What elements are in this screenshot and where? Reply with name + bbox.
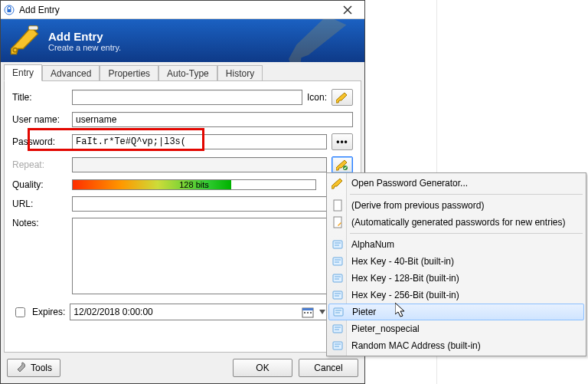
tabstrip: Entry Advanced Properties Auto-Type Hist…	[1, 62, 364, 80]
svg-rect-7	[304, 312, 305, 313]
profile-icon	[332, 340, 344, 352]
notes-input[interactable]	[72, 218, 353, 294]
username-label: User name:	[12, 114, 67, 125]
tab-entry[interactable]: Entry	[4, 64, 42, 81]
profile-icon	[332, 306, 345, 318]
row-password: Password: •••	[12, 133, 353, 150]
menu-item-label: Hex Key - 256-Bit (built-in)	[351, 290, 459, 300]
svg-rect-8	[307, 312, 309, 313]
menu-profile-hex40[interactable]: Hex Key - 40-Bit (built-in)	[328, 253, 584, 270]
username-input[interactable]	[72, 112, 353, 127]
wrench-icon	[15, 362, 26, 375]
cancel-button[interactable]: Cancel	[299, 359, 358, 377]
row-notes: Notes:	[12, 218, 353, 294]
menu-profile-random-mac[interactable]: Random MAC Address (built-in)	[328, 337, 584, 354]
svg-rect-16	[333, 291, 342, 299]
password-input[interactable]	[72, 134, 327, 149]
svg-rect-6	[302, 308, 313, 310]
svg-rect-18	[333, 325, 342, 333]
icon-picker-button[interactable]	[332, 89, 353, 106]
document-icon	[332, 199, 344, 212]
profile-icon	[332, 238, 344, 251]
quality-label: Quality:	[12, 179, 67, 190]
expires-datetime-input[interactable]: 12/02/2018 0:00:00	[70, 304, 330, 320]
banner-subtitle: Create a new entry.	[48, 43, 121, 52]
tab-body-entry: Title: Icon: User name: Password: ••• Re…	[4, 80, 361, 353]
menu-item-label: Pieter_nospecial	[351, 323, 420, 334]
window-title: Add Entry	[19, 5, 329, 15]
row-title: Title: Icon:	[12, 89, 353, 106]
tab-auto-type[interactable]: Auto-Type	[158, 65, 217, 81]
quality-bits: 128 bits	[73, 180, 315, 189]
menu-item-label: Random MAC Address (built-in)	[351, 340, 481, 351]
dialog-banner: Add Entry Create a new entry.	[1, 19, 364, 62]
menu-item-label: AlphaNum	[351, 239, 394, 250]
title-label: Title:	[12, 92, 67, 103]
menu-profile-hex128[interactable]: Hex Key - 128-Bit (built-in)	[328, 270, 584, 287]
profile-icon	[332, 272, 344, 284]
password-generator-menu: Open Password Generator... (Derive from …	[326, 172, 586, 356]
tab-advanced[interactable]: Advanced	[42, 65, 100, 81]
reveal-password-button[interactable]: •••	[332, 133, 353, 150]
close-button[interactable]	[334, 2, 361, 18]
cancel-button-label: Cancel	[314, 363, 342, 373]
menu-profile-alphanum[interactable]: AlphaNum	[328, 236, 584, 253]
menu-profile-hex256[interactable]: Hex Key - 256-Bit (built-in)	[328, 287, 584, 304]
svg-rect-14	[333, 258, 342, 265]
svg-rect-12	[334, 217, 341, 228]
tab-history[interactable]: History	[217, 65, 263, 81]
menu-auto-generated[interactable]: (Automatically generated passwords for n…	[328, 214, 584, 231]
expires-label: Expires:	[32, 307, 65, 317]
ok-button-label: OK	[256, 363, 269, 373]
menu-open-generator-label: Open Password Generator...	[351, 178, 468, 189]
ok-button[interactable]: OK	[233, 359, 292, 377]
row-url: URL:	[12, 196, 353, 212]
menu-item-label: Hex Key - 128-Bit (built-in)	[351, 273, 459, 284]
repeat-input	[72, 157, 327, 172]
url-label: URL:	[12, 199, 67, 209]
profile-icon	[332, 255, 344, 267]
svg-rect-15	[333, 274, 342, 282]
profile-icon	[332, 323, 344, 335]
url-input[interactable]	[72, 196, 353, 212]
svg-rect-19	[333, 342, 342, 350]
dialog-footer: Tools OK Cancel	[1, 353, 364, 383]
svg-rect-13	[333, 241, 342, 248]
profile-icon	[332, 289, 344, 301]
svg-rect-1	[8, 9, 11, 12]
menu-item-label: Hex Key - 40-Bit (built-in)	[351, 256, 454, 267]
tools-button-label: Tools	[31, 363, 52, 373]
row-username: User name:	[12, 112, 353, 127]
expires-checkbox[interactable]	[15, 307, 25, 317]
menu-open-generator[interactable]: Open Password Generator...	[328, 175, 584, 192]
document-pencil-icon	[332, 216, 344, 228]
title-input[interactable]	[72, 90, 302, 105]
notes-label: Notes:	[12, 218, 67, 228]
banner-watermark	[250, 19, 357, 62]
menu-separator	[350, 233, 583, 234]
svg-rect-11	[334, 200, 341, 211]
banner-title: Add Entry	[48, 30, 121, 43]
menu-derive-previous[interactable]: (Derive from previous password)	[328, 197, 584, 214]
row-repeat: Repeat:	[12, 156, 353, 173]
add-entry-dialog: Add Entry Add Entry Create a new entry. …	[0, 0, 365, 384]
menu-item-label: Pieter	[352, 307, 376, 317]
quality-meter: 128 bits	[72, 179, 316, 190]
menu-profile-pieter[interactable]: Pieter	[328, 304, 584, 320]
menu-separator	[350, 194, 583, 195]
password-label: Password:	[12, 136, 67, 147]
tab-properties[interactable]: Properties	[100, 65, 158, 81]
row-quality: Quality: 128 bits 20 ch.	[12, 179, 353, 190]
tools-button[interactable]: Tools	[7, 359, 60, 377]
icon-label: Icon:	[307, 92, 327, 103]
svg-rect-9	[310, 312, 312, 313]
titlebar: Add Entry	[1, 1, 364, 19]
menu-profile-pieter-nospecial[interactable]: Pieter_nospecial	[328, 320, 584, 337]
menu-auto-label: (Automatically generated passwords for n…	[351, 217, 565, 228]
row-expires: Expires: 12/02/2018 0:00:00	[12, 300, 353, 320]
lock-icon	[4, 5, 15, 15]
key-gear-icon	[332, 177, 344, 189]
expires-value: 12/02/2018 0:00:00	[74, 307, 152, 317]
svg-rect-17	[334, 308, 343, 316]
generate-password-button[interactable]	[332, 156, 353, 173]
